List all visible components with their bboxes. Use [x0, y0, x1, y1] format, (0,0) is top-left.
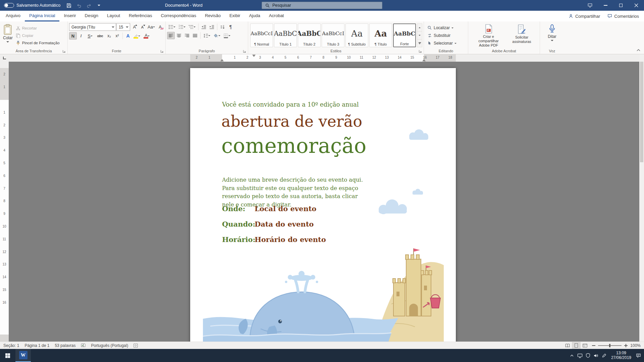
tray-expand-button[interactable]	[568, 349, 576, 362]
styles-dialog-launcher[interactable]	[418, 49, 422, 53]
paragraph-dialog-launcher[interactable]	[243, 49, 246, 53]
share-button[interactable]: Compartilhar	[565, 11, 604, 21]
autosave-control[interactable]: Salvamento Automático	[0, 0, 64, 11]
find-button[interactable]: Localizar	[426, 24, 458, 32]
word-count-indicator[interactable]: 53 palavras	[52, 342, 78, 349]
ribbon-tab[interactable]: Inserir	[59, 11, 80, 21]
ribbon-tab[interactable]: Acrobat	[265, 11, 288, 21]
horizontal-ruler[interactable]: 21123456789101112131415161718	[9, 54, 644, 62]
font-dialog-launcher[interactable]	[160, 49, 164, 53]
increase-indent-button[interactable]	[208, 23, 216, 31]
section-indicator[interactable]: Seção: 1	[1, 342, 22, 349]
action-center-button[interactable]	[634, 349, 642, 362]
paste-button[interactable]: Colar	[1, 23, 14, 48]
start-button[interactable]	[0, 349, 15, 362]
comments-button[interactable]: Comentários	[604, 11, 643, 21]
strikethrough-button[interactable]: abc	[95, 32, 105, 40]
style-card[interactable]: Aa ¶ Subtítulo	[345, 23, 368, 47]
styles-scroll-up-button[interactable]	[417, 24, 422, 32]
maximize-button[interactable]	[613, 0, 629, 11]
change-case-button[interactable]: Aa	[147, 23, 156, 31]
event-title-line2[interactable]: comemoração	[221, 134, 366, 158]
format-painter-button[interactable]: Pincel de Formatação	[14, 40, 61, 47]
pen-tray-icon[interactable]	[600, 349, 608, 362]
style-card[interactable]: AaBbC Título 1	[274, 23, 297, 47]
style-card[interactable]: AaBbCcI ¶ Normal	[250, 23, 273, 47]
text-effects-button[interactable]: A	[124, 32, 132, 40]
zoom-slider-thumb[interactable]	[609, 344, 610, 347]
first-line-indent-marker[interactable]	[252, 55, 256, 57]
numbering-button[interactable]	[177, 23, 187, 31]
vertical-scrollbar[interactable]	[639, 54, 644, 342]
line-spacing-button[interactable]	[202, 32, 212, 39]
ribbon-tab[interactable]: Arquivo	[1, 11, 25, 21]
collapse-ribbon-button[interactable]	[635, 48, 641, 52]
style-card[interactable]: AaBbCcI Título 3	[322, 23, 344, 47]
invitation-intro[interactable]: Você está convidado para a 10º edição an…	[222, 101, 359, 108]
borders-button[interactable]	[222, 32, 232, 39]
event-detail-row[interactable]: Horário: Horário do evento	[222, 235, 326, 244]
dictate-button[interactable]: Ditar	[546, 23, 558, 48]
save-button[interactable]	[64, 0, 74, 11]
create-share-pdf-button[interactable]: Criar e compartilhar Adobe PDF	[472, 23, 506, 48]
grow-font-button[interactable]: A	[130, 23, 138, 31]
redo-button[interactable]	[84, 0, 94, 11]
font-family-combo[interactable]: Georgia (Títu	[69, 23, 116, 31]
ribbon-tab[interactable]: Layout	[103, 11, 124, 21]
autosave-toggle[interactable]	[4, 3, 14, 8]
copy-button[interactable]: Copiar	[14, 32, 61, 39]
zoom-level[interactable]: 100%	[630, 343, 641, 348]
taskbar-clock[interactable]: 13:09 27/06/2019	[608, 351, 634, 360]
underline-button[interactable]: S	[85, 32, 95, 40]
sort-button[interactable]	[219, 23, 226, 31]
event-description[interactable]: Adicione uma breve descrição do seu even…	[222, 176, 366, 209]
taskbar-word-button[interactable]: W	[15, 349, 31, 362]
select-button[interactable]: Selecionar	[426, 40, 458, 47]
ribbon-tab[interactable]: Design	[80, 11, 103, 21]
superscript-button[interactable]: x²	[113, 32, 121, 40]
vertical-ruler[interactable]: 2112345678910111213141516	[0, 62, 9, 342]
event-title-line1[interactable]: abertura de verão	[221, 112, 362, 130]
bold-button[interactable]: N	[69, 32, 77, 40]
align-right-button[interactable]	[183, 32, 191, 39]
close-button[interactable]	[629, 0, 644, 11]
hanging-indent-marker[interactable]	[220, 59, 224, 61]
network-tray-icon[interactable]	[576, 349, 584, 362]
language-indicator[interactable]: Português (Portugal)	[88, 342, 131, 349]
security-tray-icon[interactable]	[584, 349, 592, 362]
right-indent-marker[interactable]	[422, 59, 426, 61]
ribbon-tab[interactable]: Página Inicial	[25, 11, 59, 21]
search-box[interactable]: Pesquisar	[262, 2, 382, 9]
decrease-indent-button[interactable]	[200, 23, 208, 31]
clipboard-dialog-launcher[interactable]	[62, 49, 66, 53]
cut-button[interactable]: Recortar	[14, 25, 61, 32]
request-signatures-button[interactable]: Solicitar assinaturas	[507, 23, 537, 48]
customize-qat-button[interactable]	[94, 0, 104, 11]
event-detail-row[interactable]: Quando: Data do evento	[222, 220, 326, 229]
page-indicator[interactable]: Página 1 de 1	[22, 342, 52, 349]
styles-gallery-more-button[interactable]	[417, 40, 422, 47]
replace-button[interactable]: Substituir	[426, 32, 458, 39]
multilevel-list-button[interactable]	[187, 23, 197, 31]
highlight-color-button[interactable]	[132, 32, 142, 40]
font-size-combo[interactable]: 15	[116, 23, 130, 31]
minimize-button[interactable]	[598, 0, 613, 11]
zoom-out-button[interactable]	[592, 345, 595, 346]
subscript-button[interactable]: x₂	[105, 32, 113, 40]
style-card[interactable]: Aa ¶ Título	[369, 23, 392, 47]
print-layout-button[interactable]	[572, 342, 581, 349]
macro-recording-button[interactable]	[131, 342, 141, 349]
zoom-slider[interactable]	[598, 345, 622, 346]
scrollbar-thumb[interactable]	[640, 62, 643, 162]
web-layout-button[interactable]	[581, 342, 589, 349]
ribbon-display-options-button[interactable]	[582, 0, 598, 11]
ribbon-tab[interactable]: Exibir	[225, 11, 245, 21]
volume-tray-icon[interactable]	[592, 349, 600, 362]
undo-button[interactable]	[74, 0, 84, 11]
proofing-status[interactable]	[78, 342, 88, 349]
styles-scroll-down-button[interactable]	[417, 32, 422, 39]
ribbon-tab[interactable]: Revisão	[201, 11, 225, 21]
event-detail-row[interactable]: Onde: Local do evento	[222, 204, 326, 213]
font-color-button[interactable]: A	[142, 32, 152, 40]
style-card[interactable]: AaBbC Forte	[393, 23, 416, 47]
